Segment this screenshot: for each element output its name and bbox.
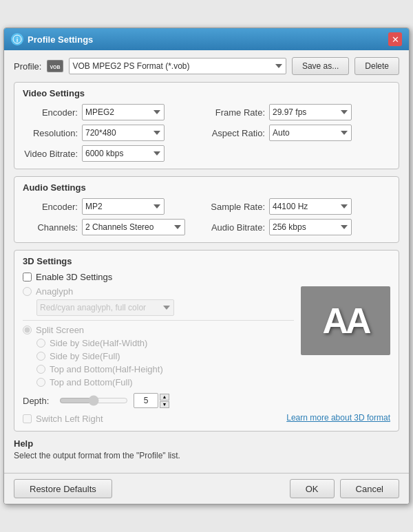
encoder-label: Encoder: [23,107,78,118]
audio-encoder-select[interactable]: MP2 [82,198,165,215]
close-button[interactable]: ✕ [388,32,402,46]
footer: Restore Defaults OK Cancel [4,473,409,504]
switch-left-right-label: Switch Left Right [36,414,103,424]
anaglyph-radio[interactable] [23,287,32,296]
split-screen-row: Split Screen [23,325,294,335]
resolution-row: Resolution: 720*480 [23,125,203,141]
encoder-select[interactable]: MPEG2 [82,104,165,120]
top-full-label: Top and Bottom(Full) [50,377,133,387]
profile-label: Profile: [14,61,41,72]
aspect-ratio-label: Aspect Ratio: [210,128,265,138]
main-content: Profile: VOB VOB MPEG2 PS Format (*.vob)… [4,50,409,473]
svg-text:VOB: VOB [50,65,61,70]
help-section: Help Select the output format from the "… [14,438,399,460]
profile-select[interactable]: VOB MPEG2 PS Format (*.vob) [69,58,286,74]
switch-learn-row: Switch Left Right Learn more about 3D fo… [23,411,390,424]
depth-slider[interactable] [59,395,128,406]
video-settings-section: Video Settings Encoder: MPEG2 Frame Rate… [14,82,399,169]
dialog-title: Profile Settings [28,34,93,45]
restore-defaults-button[interactable]: Restore Defaults [14,479,112,498]
anaglyph-dropdown-row: Red/cyan anaglyph, full color [36,299,294,316]
learn-more-link[interactable]: Learn more about 3D format [286,413,390,423]
side-by-side-half-row: Side by Side(Half-Width) Side by Side(Fu… [36,338,294,387]
footer-right-buttons: OK Cancel [290,479,399,498]
depth-value-control: ▲ ▼ [134,393,169,408]
video-settings-grid: Encoder: MPEG2 Frame Rate: 29.97 fps Res… [23,104,390,141]
channels-label: Channels: [23,222,78,233]
video-settings-title: Video Settings [23,88,390,98]
top-half-label: Top and Bottom(Half-Height) [50,364,163,374]
switch-left-right-checkbox[interactable] [23,414,32,423]
audio-bitrate-row: Audio Bitrate: 256 kbps [210,219,390,235]
depth-arrows: ▲ ▼ [160,394,169,408]
side-half-radio[interactable] [36,339,45,348]
top-half-radio[interactable] [36,365,45,374]
split-screen-radio[interactable] [23,326,32,334]
audio-settings-title: Audio Settings [23,182,390,193]
title-bar-left: i Profile Settings [11,33,93,45]
side-half-label: Side by Side(Half-Width) [50,338,147,348]
video-bitrate-label: Video Bitrate: [23,149,78,159]
split-screen-label: Split Screen [36,325,84,335]
anaglyph-label: Anaglyph [36,286,73,297]
sample-rate-select[interactable]: 44100 Hz [269,198,352,215]
audio-encoder-row: Encoder: MP2 [23,198,203,215]
enable-3d-row: Enable 3D Settings [23,272,390,282]
3d-preview-box: AA [301,286,390,355]
profile-format-icon: VOB [47,60,63,72]
aspect-ratio-row: Aspect Ratio: Auto [210,125,390,141]
audio-settings-grid: Encoder: MP2 Sample Rate: 44100 Hz Chann… [23,198,390,235]
enable-3d-checkbox[interactable] [23,273,32,281]
frame-rate-row: Frame Rate: 29.97 fps [210,104,390,120]
depth-number-input[interactable] [134,393,158,408]
profile-settings-dialog: i Profile Settings ✕ Profile: VOB VOB MP… [3,28,410,504]
video-bitrate-select[interactable]: 6000 kbps [82,145,165,162]
channels-row: Channels: 2 Channels Stereo [23,219,203,235]
ok-button[interactable]: OK [290,479,335,498]
anaglyph-row: Anaglyph [23,286,294,297]
save-as-button[interactable]: Save as... [292,57,349,75]
3d-layout: Anaglyph Red/cyan anaglyph, full color S… [23,286,390,390]
enable-3d-label: Enable 3D Settings [36,272,112,282]
delete-button[interactable]: Delete [354,57,399,75]
profile-row: Profile: VOB VOB MPEG2 PS Format (*.vob)… [14,57,399,75]
frame-rate-label: Frame Rate: [210,107,265,118]
side-full-radio[interactable] [36,352,45,361]
channels-select[interactable]: 2 Channels Stereo [82,219,185,235]
title-bar: i Profile Settings ✕ [4,28,409,50]
3d-options-left: Anaglyph Red/cyan anaglyph, full color S… [23,286,294,390]
switch-row: Switch Left Right [23,414,103,424]
frame-rate-select[interactable]: 29.97 fps [269,104,352,120]
preview-aa-text: AA [322,300,368,341]
resolution-select[interactable]: 720*480 [82,125,165,141]
depth-label: Depth: [23,396,54,406]
side-full-label: Side by Side(Full) [50,351,120,361]
help-text: Select the output format from the "Profi… [14,451,399,460]
sample-rate-row: Sample Rate: 44100 Hz [210,198,390,215]
aspect-ratio-select[interactable]: Auto [269,125,352,141]
audio-settings-section: Audio Settings Encoder: MP2 Sample Rate:… [14,176,399,243]
3d-settings-title: 3D Settings [23,256,390,266]
anaglyph-type-select[interactable]: Red/cyan anaglyph, full color [36,299,174,316]
audio-encoder-label: Encoder: [23,202,78,212]
top-full-radio[interactable] [36,378,45,387]
depth-down-button[interactable]: ▼ [160,401,169,408]
resolution-label: Resolution: [23,128,78,138]
sample-rate-label: Sample Rate: [210,202,265,212]
video-bitrate-row: Video Bitrate: 6000 kbps [23,145,390,162]
3d-settings-section: 3D Settings Enable 3D Settings Anaglyph … [14,250,399,432]
side-full-radio-row: Side by Side(Full) [36,351,294,361]
audio-bitrate-select[interactable]: 256 kbps [269,219,352,235]
top-full-radio-row: Top and Bottom(Full) [36,377,294,387]
svg-text:i: i [17,36,19,43]
top-half-radio-row: Top and Bottom(Half-Height) [36,364,294,374]
audio-bitrate-label: Audio Bitrate: [210,222,265,233]
depth-up-button[interactable]: ▲ [160,394,169,401]
help-title: Help [14,438,399,449]
cancel-button[interactable]: Cancel [340,479,399,498]
side-half-radio-row: Side by Side(Half-Width) [36,338,294,348]
encoder-row: Encoder: MPEG2 [23,104,203,120]
depth-row: Depth: ▲ ▼ [23,393,390,408]
app-icon: i [11,33,23,45]
